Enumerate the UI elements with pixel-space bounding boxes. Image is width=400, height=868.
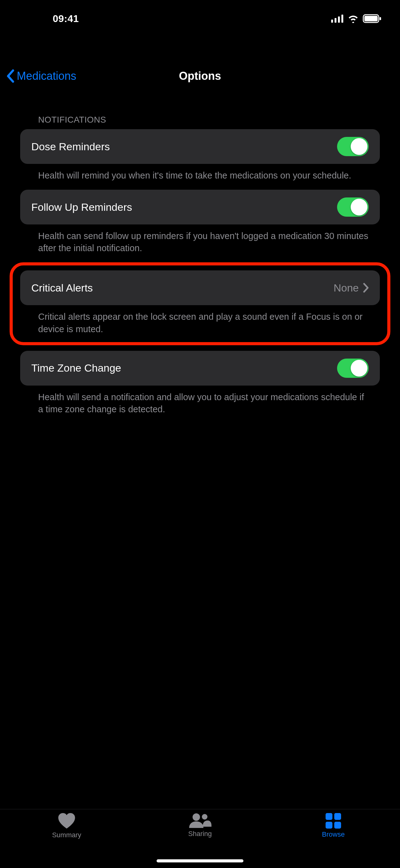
back-button[interactable]: Medications [6,69,76,83]
row-footer: Health will send a notification and allo… [38,391,380,415]
status-time: 09:41 [53,13,79,25]
home-indicator[interactable] [157,859,243,862]
svg-rect-0 [331,20,333,23]
svg-rect-12 [334,822,341,829]
nav-bar: Medications Options [0,62,400,90]
svg-rect-6 [379,17,381,20]
tab-label: Sharing [188,830,212,838]
svg-rect-5 [364,16,378,22]
tab-browse[interactable]: Browse [267,813,400,868]
row-value-container: None [334,282,369,294]
heart-icon [58,813,76,829]
svg-point-7 [193,813,200,821]
cellular-icon [331,14,343,23]
status-bar: 09:41 [0,0,400,37]
row-label: Critical Alerts [31,282,93,294]
row-value: None [334,282,359,294]
tab-label: Summary [52,831,81,839]
row-time-zone-change: Time Zone Change [20,351,380,385]
row-footer: Critical alerts appear on the lock scree… [38,311,380,335]
tab-summary[interactable]: Summary [0,813,133,868]
row-follow-up-reminders: Follow Up Reminders [20,190,380,224]
row-critical-alerts[interactable]: Critical Alerts None [20,270,380,305]
svg-rect-1 [335,18,336,23]
row-label: Follow Up Reminders [31,201,132,213]
row-label: Time Zone Change [31,362,121,374]
row-label: Dose Reminders [31,141,110,153]
chevron-left-icon [6,69,14,83]
svg-point-8 [202,814,207,819]
highlight-annotation: Critical Alerts None Critical alerts app… [10,262,390,345]
page-title: Options [179,69,221,83]
battery-icon [363,14,381,23]
svg-rect-10 [334,813,341,820]
section-header-notifications: NOTIFICATIONS [38,115,380,125]
row-footer: Health can send follow up reminders if y… [38,230,380,254]
people-icon [189,813,211,828]
svg-rect-9 [326,813,332,820]
back-label: Medications [17,69,76,83]
chevron-right-icon [363,283,369,293]
svg-rect-2 [338,17,340,23]
content: NOTIFICATIONS Dose Reminders Health will… [0,105,400,424]
tab-label: Browse [322,831,344,838]
toggle-follow-up-reminders[interactable] [337,197,369,217]
status-right-cluster [331,14,381,23]
row-footer: Health will remind you when it's time to… [38,169,380,182]
grid-icon [326,813,341,829]
svg-rect-3 [341,14,343,23]
toggle-time-zone-change[interactable] [337,359,369,378]
toggle-dose-reminders[interactable] [337,137,369,156]
svg-rect-11 [326,822,332,829]
row-dose-reminders: Dose Reminders [20,129,380,164]
wifi-icon [347,14,359,23]
